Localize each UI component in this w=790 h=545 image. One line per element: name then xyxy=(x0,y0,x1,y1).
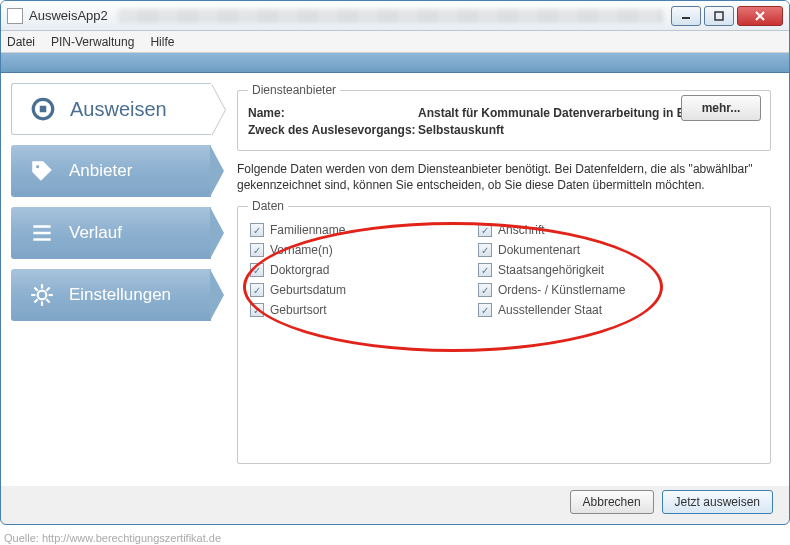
checkbox-anschrift[interactable]: ✓Anschrift xyxy=(478,223,676,237)
main-area: Ausweisen Anbieter Verlauf xyxy=(1,73,789,486)
provider-purpose-label: Zweck des Auslesevorgangs: xyxy=(248,123,418,137)
app-window: AusweisApp2 Datei PIN-Verwaltung Hilfe xyxy=(0,0,790,525)
checkbox-doktorgrad[interactable]: ✓Doktorgrad xyxy=(250,263,448,277)
checkmark-icon: ✓ xyxy=(478,223,492,237)
svg-point-6 xyxy=(36,165,39,168)
svg-line-15 xyxy=(34,287,37,290)
checkbox-geburtsdatum[interactable]: ✓Geburtsdatum xyxy=(250,283,448,297)
sidebar: Ausweisen Anbieter Verlauf xyxy=(1,73,211,486)
header-stripe xyxy=(1,53,789,73)
sidebar-item-label: Verlauf xyxy=(69,223,122,243)
svg-line-18 xyxy=(46,287,49,290)
more-button[interactable]: mehr... xyxy=(681,95,761,121)
content-area: Diensteanbieter Name: Anstalt für Kommun… xyxy=(211,73,789,486)
close-icon xyxy=(754,11,766,21)
svg-point-10 xyxy=(38,291,47,300)
id-card-icon xyxy=(30,96,56,122)
window-title: AusweisApp2 xyxy=(29,8,108,23)
provider-name-label: Name: xyxy=(248,106,418,120)
menu-file[interactable]: Datei xyxy=(7,35,35,49)
provider-purpose-value: Selbstauskunft xyxy=(418,123,760,137)
menu-pin[interactable]: PIN-Verwaltung xyxy=(51,35,134,49)
submit-button[interactable]: Jetzt ausweisen xyxy=(662,490,773,514)
checkmark-icon: ✓ xyxy=(478,283,492,297)
checkmark-icon: ✓ xyxy=(478,303,492,317)
data-legend: Daten xyxy=(248,199,288,213)
minimize-icon xyxy=(681,11,691,21)
sidebar-item-anbieter[interactable]: Anbieter xyxy=(11,145,211,197)
checkbox-familienname[interactable]: ✓Familienname xyxy=(250,223,448,237)
svg-rect-5 xyxy=(40,106,47,113)
checkbox-ausstellender-staat[interactable]: ✓Ausstellender Staat xyxy=(478,303,676,317)
sidebar-item-label: Anbieter xyxy=(69,161,132,181)
sidebar-item-label: Ausweisen xyxy=(70,98,167,121)
maximize-icon xyxy=(714,11,724,21)
checkmark-icon: ✓ xyxy=(478,243,492,257)
data-fieldset: Daten ✓Familienname ✓Anschrift ✓Vorname(… xyxy=(237,199,771,464)
instruction-text: Folgende Daten werden von dem Diensteanb… xyxy=(237,161,771,193)
checkmark-icon: ✓ xyxy=(250,283,264,297)
checkmark-icon: ✓ xyxy=(250,303,264,317)
tag-icon xyxy=(29,158,55,184)
checkbox-geburtsort[interactable]: ✓Geburtsort xyxy=(250,303,448,317)
close-button[interactable] xyxy=(737,6,783,26)
titlebar-blurred-text xyxy=(118,9,663,23)
checkmark-icon: ✓ xyxy=(478,263,492,277)
app-icon xyxy=(7,8,23,24)
checkmark-icon: ✓ xyxy=(250,263,264,277)
sidebar-item-label: Einstellungen xyxy=(69,285,171,305)
checkmark-icon: ✓ xyxy=(250,223,264,237)
provider-legend: Diensteanbieter xyxy=(248,83,340,97)
title-bar: AusweisApp2 xyxy=(1,1,789,31)
menu-bar: Datei PIN-Verwaltung Hilfe xyxy=(1,31,789,53)
maximize-button[interactable] xyxy=(704,6,734,26)
checkbox-ordensname[interactable]: ✓Ordens- / Künstlername xyxy=(478,283,676,297)
source-caption: Quelle: http://www.berechtigungszertifik… xyxy=(0,530,790,544)
data-checkbox-grid: ✓Familienname ✓Anschrift ✓Vorname(n) ✓Do… xyxy=(248,219,678,321)
minimize-button[interactable] xyxy=(671,6,701,26)
gear-icon xyxy=(29,282,55,308)
dialog-button-bar: Abbrechen Jetzt ausweisen xyxy=(1,486,789,524)
sidebar-item-verlauf[interactable]: Verlauf xyxy=(11,207,211,259)
checkmark-icon: ✓ xyxy=(250,243,264,257)
checkbox-vorname[interactable]: ✓Vorname(n) xyxy=(250,243,448,257)
menu-help[interactable]: Hilfe xyxy=(150,35,174,49)
svg-line-16 xyxy=(46,299,49,302)
history-icon xyxy=(29,220,55,246)
cancel-button[interactable]: Abbrechen xyxy=(570,490,654,514)
checkbox-dokumentenart[interactable]: ✓Dokumentenart xyxy=(478,243,676,257)
sidebar-item-einstellungen[interactable]: Einstellungen xyxy=(11,269,211,321)
checkbox-staatsangehoerigkeit[interactable]: ✓Staatsangehörigkeit xyxy=(478,263,676,277)
svg-rect-1 xyxy=(715,12,723,20)
svg-line-17 xyxy=(34,299,37,302)
sidebar-item-ausweisen[interactable]: Ausweisen xyxy=(11,83,211,135)
